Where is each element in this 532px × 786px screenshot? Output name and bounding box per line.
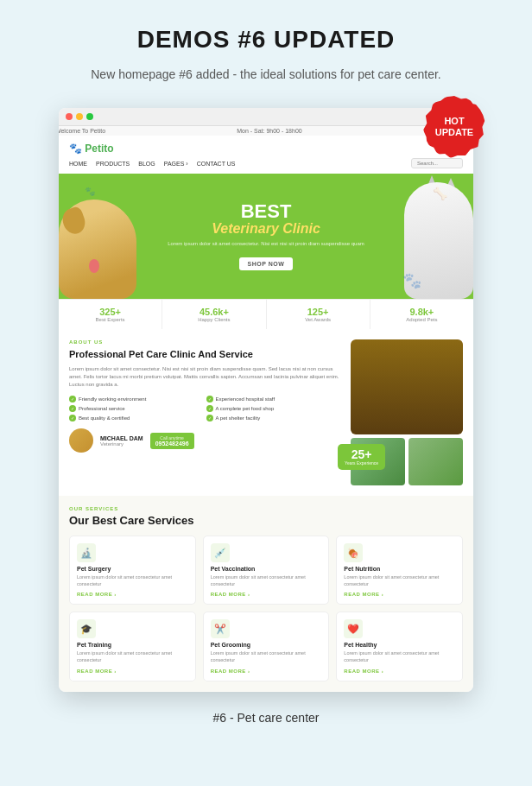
experience-number: 25+ [345,448,378,460]
check-icon: ✓ [206,405,213,412]
services-grid: 🔬 Pet Surgery Lorem ipsum dolor sit amet… [69,536,463,681]
site-topbar: Welcome To Petito Mon - Sat: 9h00 - 18h0… [59,126,473,136]
hero-best: BEST [168,202,364,221]
service-healthy-desc: Lorem ipsum dolor sit amet consectetur a… [344,650,455,663]
nav-blog[interactable]: BLOG [138,161,155,167]
page-title: DEMOS #6 UPDATED [137,26,396,54]
about-small-image-2 [408,438,463,485]
service-grooming-name: Pet Grooming [211,642,322,648]
stat-clients-label: Happy Clients [168,317,260,322]
service-card-surgery: 🔬 Pet Surgery Lorem ipsum dolor sit amet… [69,536,196,605]
service-card-training: 🎓 Pet Training Lorem ipsum dolor sit ame… [69,612,196,681]
about-title: Professional Pet Care Clinic And Service [69,348,340,360]
hero-bone: 🦴 [433,187,447,200]
service-healthy-readmore[interactable]: READ MORE › [344,669,455,674]
check-icon: ✓ [69,415,76,422]
service-nutrition-readmore[interactable]: READ MORE › [344,592,455,597]
search-input[interactable] [411,158,463,168]
stat-pets-number: 9.8k+ [376,307,468,317]
hero-lorem: Lorem ipsum dolor sit amet consectetur. … [168,240,364,247]
about-list-item: ✓ Best quality & certified [69,415,204,422]
person-role: Veterinary [100,441,143,447]
stat-pets-label: Adopted Pets [376,317,468,322]
topbar-center: Mon - Sat: 9h00 - 18h00 [237,128,302,134]
stat-clients-number: 45.6k+ [168,307,260,317]
experience-text: Years Experience [345,460,378,466]
nav-pages[interactable]: PAGES › [164,161,188,167]
about-list-text: A pet shelter facility [216,415,261,421]
site-header: 🐾 Petito HOME PRODUCTS BLOG PAGES › CONT… [59,139,473,174]
service-surgery-name: Pet Surgery [77,566,188,572]
services-tag: OUR SERVICES [69,506,463,511]
service-vaccination-name: Pet Vaccination [211,566,322,572]
about-list: ✓ Friendly working environment ✓ Experie… [69,396,340,422]
nav-home[interactable]: HOME [69,161,87,167]
badge-text: HOTUPDATE [435,116,473,138]
hero-paw-large: 🐾 [402,271,421,290]
check-icon: ✓ [69,396,76,403]
nav-products[interactable]: PRODUCTS [96,161,130,167]
person-info: MICHAEL DAM Veterinary [100,435,143,447]
check-icon: ✓ [69,405,76,412]
hero-shop-button[interactable]: SHOP NOW [239,257,294,270]
service-nutrition-name: Pet Nutrition [344,566,455,572]
service-card-grooming: ✂️ Pet Grooming Lorem ipsum dolor sit am… [203,612,330,681]
service-grooming-desc: Lorem ipsum dolor sit amet consectetur a… [211,650,322,663]
about-left: ABOUT US Professional Pet Care Clinic An… [69,339,340,485]
about-list-text: Best quality & certified [79,415,130,421]
service-training-readmore[interactable]: READ MORE › [77,669,188,674]
page-subtitle: New homepage #6 added - the ideal soluti… [91,66,440,84]
check-icon: ✓ [206,396,213,403]
topbar-left: Welcome To Petito [59,128,105,134]
service-surgery-readmore[interactable]: READ MORE › [77,592,188,597]
service-grooming-readmore[interactable]: READ MORE › [211,669,322,674]
hero-content: BEST Veterinary Clinic Lorem ipsum dolor… [168,202,364,270]
stat-experts-label: Best Experts [64,317,156,322]
stats-row: 325+ Best Experts 45.6k+ Happy Clients 1… [59,299,473,329]
service-card-vaccination: 💉 Pet Vaccination Lorem ipsum dolor sit … [203,536,330,605]
hero-section: 🐾 🐾 🦴 BEST Veterinary Clinic Lorem ipsum… [59,174,473,299]
about-tag: ABOUT US [69,339,340,345]
about-list-item: ✓ A complete pet food shop [206,405,341,412]
about-person: MICHAEL DAM Veterinary Call anytime 0952… [69,428,340,453]
phone-label: Call anytime [155,435,189,441]
person-phone-box: Call anytime 0952482496 [150,433,194,449]
browser-dot-yellow [76,113,83,120]
stat-awards-number: 125+ [272,307,364,317]
about-list-item: ✓ A pet shelter facility [206,415,341,422]
stat-experts-number: 325+ [64,307,156,317]
nav-contact[interactable]: CONTACT US [197,161,236,167]
stat-experts: 325+ Best Experts [59,300,162,329]
service-surgery-desc: Lorem ipsum dolor sit amet consectetur a… [77,574,188,587]
site-nav[interactable]: HOME PRODUCTS BLOG PAGES › CONTACT US [69,158,463,168]
person-name: MICHAEL DAM [100,435,143,441]
service-nutrition-desc: Lorem ipsum dolor sit amet consectetur a… [344,574,455,587]
service-card-healthy: ❤️ Pet Healthy Lorem ipsum dolor sit ame… [336,612,463,681]
browser-dot-green [86,113,93,120]
service-surgery-icon: 🔬 [77,543,96,562]
about-list-item: ✓ Friendly working environment [69,396,204,403]
about-list-item: ✓ Experienced hospital staff [206,396,341,403]
person-avatar [69,428,93,453]
about-main-image [351,339,463,434]
site-logo: 🐾 Petito [69,143,463,155]
hero-dog [59,195,136,299]
about-text: Lorem ipsum dolor sit amet consectetur. … [69,365,340,389]
service-vaccination-desc: Lorem ipsum dolor sit amet consectetur a… [211,574,322,587]
about-list-text: Friendly working environment [79,396,146,402]
about-list-text: A complete pet food shop [216,406,275,411]
stat-awards-label: Vet Awards [272,317,364,322]
about-section: ABOUT US Professional Pet Care Clinic An… [59,329,473,496]
browser-dot-red [66,113,73,120]
service-vaccination-readmore[interactable]: READ MORE › [211,592,322,597]
service-healthy-name: Pet Healthy [344,642,455,648]
services-section: OUR SERVICES Our Best Care Services 🔬 Pe… [59,496,473,692]
browser-chrome [59,108,473,126]
browser-window: Welcome To Petito Mon - Sat: 9h00 - 18h0… [59,108,473,692]
hero-paw-small: 🐾 [85,187,95,196]
about-list-text: Experienced hospital staff [216,396,276,402]
about-list-item: ✓ Professional service [69,405,204,412]
demo-container: HOTUPDATE Welcome To Petito Mon - Sat: 9… [59,108,473,692]
service-training-name: Pet Training [77,642,188,648]
service-vaccination-icon: 💉 [211,543,230,562]
